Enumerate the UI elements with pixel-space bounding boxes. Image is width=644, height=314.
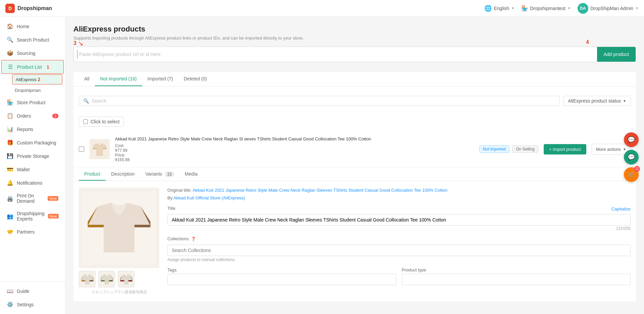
original-title-label: Original title:	[167, 188, 193, 193]
original-title-value[interactable]: Akkad Kuti 2021 Japanese Retro Style Mal…	[193, 188, 447, 193]
by-store-row: By Akkad Kuti Official Store (AliExpress…	[167, 195, 631, 200]
orders-icon: 📋	[7, 113, 13, 119]
product-card: Akkad Kuti 2021 Japanese Retro Style Mal…	[73, 131, 636, 301]
tab-not-imported[interactable]: Not imported (16)	[95, 72, 142, 86]
sidebar-label-pod: Print On Demand	[17, 193, 44, 204]
collections-search-input[interactable]	[167, 245, 631, 256]
tab-imported[interactable]: Imported (7)	[142, 72, 178, 86]
sidebar-item-wallet[interactable]: 💳 Wallet	[1, 163, 64, 176]
select-all-checkbox[interactable]: Click to select	[79, 117, 124, 127]
detail-tab-description[interactable]: Description	[106, 168, 140, 181]
detail-tab-product[interactable]: Product	[79, 168, 106, 181]
page-subtitle: Supports importing products through AliE…	[73, 36, 636, 41]
search-box: 🔍	[79, 96, 559, 106]
by-label: By	[167, 195, 173, 200]
product-type-input[interactable]	[402, 274, 631, 285]
detail-tab-media[interactable]: Media	[179, 168, 203, 181]
url-input[interactable]	[74, 48, 597, 61]
select-row: Click to select	[73, 114, 636, 131]
reports-icon: 📊	[7, 126, 13, 132]
main-content: AliExpress products Supports importing p…	[65, 17, 644, 314]
search-filter-row: 🔍 AliExpress product status ▼	[73, 92, 636, 110]
store-selector[interactable]: 🏪 Dropshipmantest ▼	[521, 5, 571, 11]
brand-logo[interactable]: D Dropshipman	[5, 4, 52, 13]
capitalize-button[interactable]: Capitalize	[611, 206, 631, 211]
fab-chat[interactable]: 💬	[624, 150, 639, 165]
fab-support[interactable]: 💬	[624, 132, 639, 147]
search-icon: 🔍	[7, 37, 13, 43]
cost-price: Cost: ¥77.99	[115, 143, 474, 153]
sidebar-label-search-product: Search Product	[17, 37, 49, 43]
product-type-label: Product type	[402, 267, 631, 272]
sidebar-subitem-aliexpress[interactable]: AliExpress 2	[12, 74, 62, 84]
help-icon[interactable]: ❓	[191, 237, 196, 241]
product-pricing: Cost: ¥77.99 Price: ¥155.98	[115, 143, 474, 162]
collections-hint: Assign products to manual collections.	[167, 257, 631, 262]
sidebar-item-dropshipping-experts[interactable]: 👥 Dropshipping Experts New	[1, 207, 64, 225]
private-storage-icon: 💾	[7, 153, 13, 159]
sidebar-item-orders[interactable]: 📋 Orders 2	[1, 109, 64, 122]
sidebar-item-store-product[interactable]: 🏪 Store Product	[1, 96, 64, 109]
tags-input[interactable]	[167, 274, 396, 285]
dropshipman-label: Dropshipman	[15, 88, 41, 93]
thumb-2[interactable]	[98, 271, 115, 288]
sidebar-item-notifications[interactable]: 🔔 Notifications	[1, 176, 64, 189]
fab-cart[interactable]: 🛒 12	[624, 167, 639, 182]
sidebar-label-reports: Reports	[17, 127, 33, 132]
sidebar-item-product-list[interactable]: ☰ Product List 1	[1, 60, 64, 74]
sidebar-item-home[interactable]: 🏠 Home	[1, 20, 64, 33]
chevron-down-icon: ▼	[568, 6, 571, 10]
main-tabs: All Not imported (16) Imported (7) Delet…	[73, 72, 636, 86]
variants-badge: 15	[165, 172, 174, 177]
pod-badge-new: New	[48, 196, 58, 201]
sidebar-item-private-storage[interactable]: 💾 Private Storage	[1, 149, 64, 163]
home-icon: 🏠	[7, 23, 13, 29]
title-label: Title	[167, 206, 175, 211]
title-input[interactable]	[167, 214, 631, 226]
chevron-down-icon: ▼	[635, 6, 639, 10]
char-count: 122/255	[167, 226, 631, 231]
tab-all[interactable]: All	[79, 72, 95, 86]
avatar: DA	[578, 3, 588, 14]
image-caption: ドロップシップマン提供販売商品	[79, 290, 159, 295]
product-checkbox[interactable]	[79, 146, 84, 152]
sidebar-item-sourcing[interactable]: 📦 Sourcing	[1, 47, 64, 60]
title-field-header: Title Capitalize	[167, 206, 631, 212]
more-actions-label: More actions	[596, 147, 621, 152]
language-label: English	[494, 6, 509, 11]
brand-name: Dropshipman	[17, 5, 52, 11]
add-product-button[interactable]: Add product	[597, 47, 636, 62]
print-icon: 🖨️	[7, 195, 13, 202]
experts-icon: 👥	[7, 213, 13, 219]
original-title-row: Original title: Akkad Kuti 2021 Japanese…	[167, 188, 631, 193]
sidebar-subitem-dropshipman[interactable]: Dropshipman	[0, 85, 65, 96]
page-title: AliExpress products	[73, 25, 636, 34]
user-menu[interactable]: DA DropShipMan Admin ▼	[578, 3, 639, 14]
select-all-input[interactable]	[83, 119, 88, 124]
filter-button[interactable]: AliExpress product status ▼	[564, 96, 631, 106]
detail-tabs: Product Description Variants 15 Media	[73, 168, 636, 181]
orders-badge: 2	[52, 114, 58, 118]
sidebar-item-settings[interactable]: ⚙️ Settings	[1, 298, 64, 311]
settings-icon: ⚙️	[7, 301, 13, 308]
store-link[interactable]: Akkad Kuti Official Store (AliExpress)	[173, 195, 245, 200]
product-images: ドロップシップマン提供販売商品	[79, 188, 159, 295]
tab-deleted[interactable]: Deleted (0)	[178, 72, 212, 86]
sidebar-item-custom-packaging[interactable]: 🎁 Custom Packaging	[1, 136, 64, 149]
wallet-icon: 💳	[7, 166, 13, 173]
sidebar-item-guide[interactable]: 📖 Guide	[1, 285, 64, 298]
thumb-3[interactable]	[118, 271, 135, 288]
sidebar-item-partners[interactable]: 🤝 Partners	[1, 225, 64, 238]
language-selector[interactable]: 🌐 English ▼	[484, 5, 515, 12]
detail-tab-variants[interactable]: Variants 15	[140, 168, 179, 181]
sidebar-item-print-on-demand[interactable]: 🖨️ Print On Demand New	[1, 190, 64, 207]
search-input[interactable]	[92, 98, 555, 104]
thumb-1[interactable]	[79, 271, 96, 288]
import-product-button[interactable]: + Import product	[544, 144, 586, 154]
sidebar-item-search-product[interactable]: 🔍 Search Product	[1, 33, 64, 46]
filter-label: AliExpress product status	[568, 98, 621, 104]
on-selling-badge: On Selling	[512, 145, 538, 153]
tags-label: Tags	[167, 267, 396, 272]
sidebar-item-reports[interactable]: 📊 Reports	[1, 123, 64, 136]
sidebar-label-custom-packaging: Custom Packaging	[17, 140, 56, 145]
